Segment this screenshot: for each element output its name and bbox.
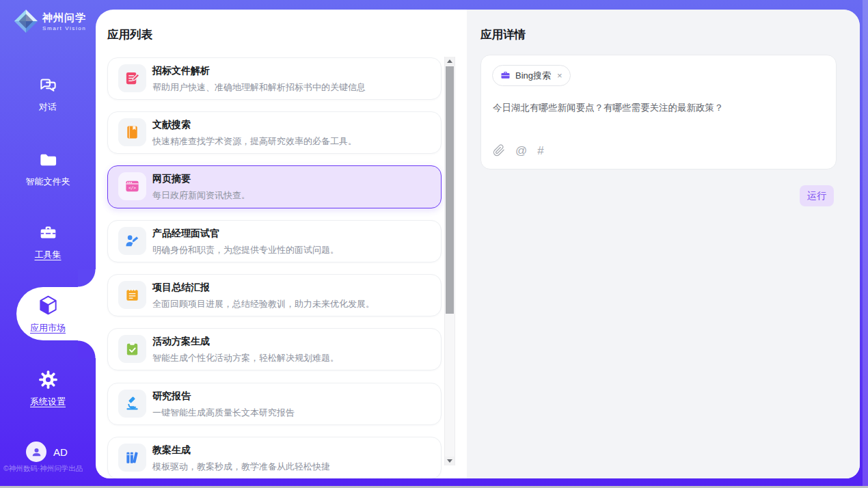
app-desc: 帮助用户快速、准确地理解和解析招标书中的关键信息 (152, 81, 366, 94)
brand-logo-icon (13, 8, 39, 34)
app-desc: 智能生成个性化活动方案，轻松解决规划难题。 (152, 352, 339, 364)
app-name: 文献搜索 (152, 119, 357, 131)
clipboard-check-icon (118, 335, 146, 363)
book-icon (118, 118, 146, 146)
sidebar-item-label: 工具集 (0, 249, 96, 261)
app-detail-title: 应用详情 (480, 27, 526, 42)
window-right-edge (863, 0, 868, 486)
cube-icon (38, 295, 59, 316)
briefcase-icon (500, 70, 511, 81)
app-desc: 全面回顾项目进展，总结经验教训，助力未来优化发展。 (152, 298, 375, 310)
app-card-research-report[interactable]: 研究报告 一键智能生成高质量长文本研究报告 (107, 383, 442, 425)
app-window: 神州问学 Smart Vision 对话 智能文件夹 工具集 (0, 0, 868, 488)
scrollbar-thumb[interactable] (446, 66, 454, 314)
attach-toolbar: @ # (493, 144, 544, 157)
app-card-literature-search[interactable]: 文献搜索 快速精准查找学术资源，提高研究效率的必备工具。 (107, 111, 442, 154)
app-name: 研究报告 (152, 390, 295, 402)
avatar (26, 442, 46, 462)
scroll-up-arrow[interactable] (445, 57, 455, 66)
user-initials: AD (53, 446, 68, 458)
document-edit-icon (118, 64, 146, 92)
folder-icon (38, 150, 58, 170)
app-card-pm-interviewer[interactable]: 产品经理面试官 明确身份和职责，为您提供专业性的面试问题。 (107, 220, 442, 262)
sidebar-item-label: 智能文件夹 (0, 176, 96, 188)
app-desc: 明确身份和职责，为您提供专业性的面试问题。 (152, 244, 339, 256)
note-icon (118, 281, 146, 309)
app-card-lesson-plan[interactable]: 教案生成 模板驱动，教案秒成，教学准备从此轻松快捷 (107, 437, 442, 478)
app-desc: 每日政府新闻资讯快查。 (152, 189, 250, 202)
tool-chip-bing-search[interactable]: Bing搜索 × (492, 65, 571, 86)
sidebar-item-label: 对话 (0, 101, 96, 113)
prompt-text[interactable]: 今日湖北有哪些新闻要点？有哪些需要关注的最新政策？ (493, 102, 821, 114)
gear-icon (38, 370, 58, 390)
prompt-card[interactable]: Bing搜索 × 今日湖北有哪些新闻要点？有哪些需要关注的最新政策？ @ # (480, 55, 837, 170)
scrollbar[interactable] (444, 57, 455, 465)
brand-logo: 神州问学 Smart Vision (13, 8, 86, 34)
app-name: 网页摘要 (152, 173, 250, 185)
app-list-title: 应用列表 (107, 27, 152, 42)
tool-chip-label: Bing搜索 (515, 70, 551, 82)
topic-icon[interactable]: # (537, 145, 543, 157)
interviewer-icon (118, 227, 146, 255)
brand-subtitle: Smart Vision (42, 25, 86, 31)
brand-name: 神州问学 (42, 12, 86, 23)
app-card-project-summary[interactable]: 项目总结汇报 全面回顾项目进展，总结经验教训，助力未来优化发展。 (107, 274, 442, 316)
tab-fillet-bottom (78, 340, 96, 358)
app-card-event-plan[interactable]: 活动方案生成 智能生成个性化活动方案，轻松解决规划难题。 (107, 328, 442, 370)
scroll-down-arrow[interactable] (445, 457, 455, 465)
toolbox-icon (38, 223, 58, 243)
sidebar-item-chat[interactable]: 对话 (0, 75, 96, 113)
app-name: 教案生成 (152, 444, 330, 456)
sidebar-item-settings[interactable]: 系统设置 (0, 370, 96, 408)
app-card-bid-parsing[interactable]: 招标文件解析 帮助用户快速、准确地理解和解析招标书中的关键信息 (107, 57, 442, 100)
books-icon (118, 444, 146, 472)
user-account[interactable]: AD (26, 442, 68, 462)
microscope-icon (118, 390, 146, 418)
sidebar-item-label: 系统设置 (0, 396, 96, 408)
person-icon (31, 446, 42, 458)
webpage-code-icon: </> (118, 172, 146, 200)
app-name: 项目总结汇报 (152, 282, 375, 293)
app-name: 活动方案生成 (152, 336, 339, 347)
mention-icon[interactable]: @ (515, 145, 527, 157)
close-icon[interactable]: × (557, 70, 562, 81)
main-panel: 应用列表 招标文件解析 帮助用户快速、准确地理解和解析招标书中的关键信息 (96, 10, 860, 478)
copyright: ©神州数码·神州问学出品 (3, 464, 83, 474)
sidebar-item-app-market[interactable]: 应用市场 (0, 295, 96, 334)
sidebar-item-label: 应用市场 (0, 322, 96, 334)
attachment-icon[interactable] (493, 144, 505, 157)
svg-text:</>: </> (128, 185, 136, 190)
sidebar-item-toolset[interactable]: 工具集 (0, 223, 96, 261)
tab-fillet-top (78, 269, 96, 287)
app-detail-panel: 应用详情 Bing搜索 × 今日湖北有哪些新闻要点？有哪些需要关注的最新政策？ (467, 10, 860, 478)
app-desc: 模板驱动，教案秒成，教学准备从此轻松快捷 (152, 461, 330, 473)
app-desc: 一键智能生成高质量长文本研究报告 (152, 407, 295, 419)
app-name: 产品经理面试官 (152, 228, 339, 239)
run-button[interactable]: 运行 (800, 185, 834, 206)
app-name: 招标文件解析 (152, 65, 366, 77)
app-card-web-summary[interactable]: </> 网页摘要 每日政府新闻资讯快查。 (107, 165, 442, 208)
chat-icon (38, 75, 58, 95)
app-desc: 快速精准查找学术资源，提高研究效率的必备工具。 (152, 135, 357, 148)
sidebar-item-smart-folders[interactable]: 智能文件夹 (0, 150, 96, 188)
